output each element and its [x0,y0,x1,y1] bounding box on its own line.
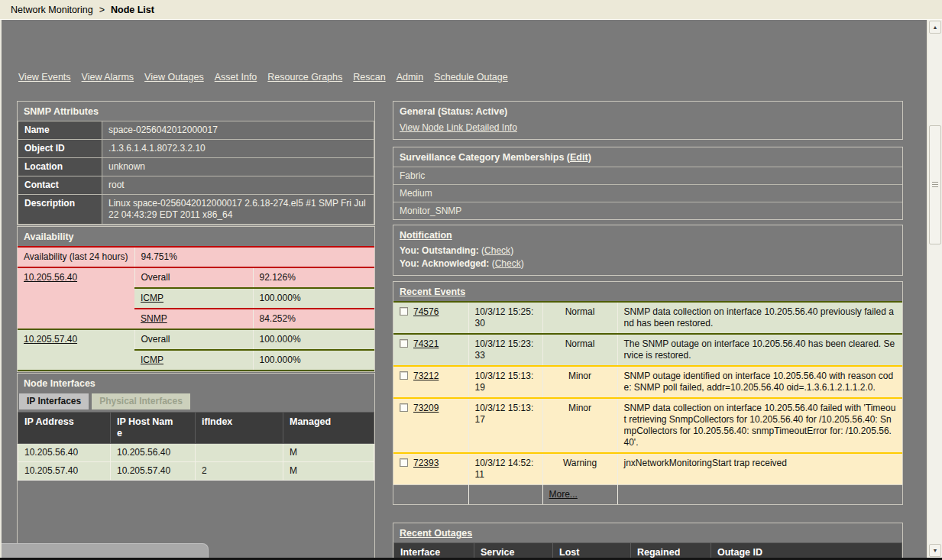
snmp-attributes-title: SNMP Attributes [18,102,374,121]
availability-title: Availability [18,227,374,246]
scrollbar-thumb[interactable] [929,125,941,244]
event-id-link-74576[interactable]: 74576 [413,306,439,318]
event-time-cell: 10/3/12 15:13:17 [468,398,542,453]
event-id-cell: 72393 [393,453,468,485]
ip-interface-cell: 10.205.57.40 [18,462,111,481]
surveillance-edit-link[interactable]: Edit [570,152,588,163]
recent-outages-title-link[interactable]: Recent Outages [400,528,472,539]
nav-link-rescan[interactable]: Rescan [353,72,385,83]
events-footer-cell [393,485,468,505]
event-id-wrap: 72393 [400,458,462,469]
event-id-link-74321[interactable]: 74321 [413,338,439,350]
event-checkbox[interactable] [400,339,408,348]
notification-section: Notification You: Outstanding: (Check) Y… [393,225,903,276]
snmp-attribute-row: Locationunknown [18,158,374,176]
event-message-cell: The SNMP outage on interface 10.205.56.4… [617,334,902,366]
snmp-attribute-row: Contactroot [18,176,374,195]
service-availability-value: 100.000% [253,329,374,350]
view-node-link-detailed-info-link[interactable]: View Node Link Detailed Info [400,122,517,133]
nav-link-view-alarms[interactable]: View Alarms [82,72,134,83]
outstanding-check-link[interactable]: Check [484,245,510,256]
ip-interface-cell: 2 [196,462,283,481]
ip-interfaces-table: IP AddressIP Host NameifIndexManaged 10.… [18,412,374,481]
vertical-scrollbar[interactable]: ▲ ▼ [927,20,942,558]
recent-outages-column-header: Service [474,543,553,558]
scroll-up-button[interactable]: ▲ [929,21,941,34]
notification-title-link[interactable]: Notification [400,230,452,241]
event-row: 7457610/3/12 15:25:30NormalSNMP data col… [393,302,902,334]
column-header-text: Managed [290,416,331,427]
tab-ip-interfaces[interactable]: IP Interfaces [19,393,89,409]
interface-link-10-205-56-40[interactable]: 10.205.56.40 [24,272,77,283]
ip-interfaces-column-header: ifIndex [196,413,283,444]
nav-link-view-events[interactable]: View Events [18,72,71,83]
events-footer-row: More... [393,485,902,505]
service-name: Overall [141,334,170,345]
ip-interface-cell: 10.205.56.40 [111,444,196,462]
ip-interface-cell [196,444,283,462]
service-name: Overall [141,272,170,283]
node-detail-page: Network Monitoring > Node List View Even… [0,0,942,560]
acknowledged-paren-close: ) [521,258,524,269]
service-availability-value: 100.000% [253,350,374,371]
general-section: General (Status: Active) View Node Link … [393,101,903,140]
breadcrumb-page: Node List [111,5,154,15]
nav-link-asset-info[interactable]: Asset Info [215,72,257,83]
event-message-cell: SNMP data collection on interface 10.205… [617,302,902,334]
event-checkbox[interactable] [400,458,408,467]
recent-events-table: 7457610/3/12 15:25:30NormalSNMP data col… [393,301,902,504]
service-name-cell: ICMP [134,350,253,371]
recent-events-title-link[interactable]: Recent Events [400,286,465,297]
event-checkbox[interactable] [400,403,408,412]
events-footer-cell [468,485,542,505]
event-id-link-72393[interactable]: 72393 [413,458,439,469]
event-row: 7321210/3/12 15:13:19MinorSNMP outage id… [393,366,902,398]
availability-section: Availability Availability (last 24 hours… [17,226,375,372]
availability-summary-label: Availability (last 24 hours) [18,247,134,267]
event-message-cell: jnxNetworkMonitoringStart trap received [617,453,902,485]
event-checkbox[interactable] [400,371,408,380]
column-header-text: Interface [400,547,440,558]
surveillance-paren-close: ) [588,152,591,163]
breadcrumb: Network Monitoring > Node List [0,0,942,20]
nav-link-admin[interactable]: Admin [397,72,423,83]
surveillance-category-monitor-snmp: Monitor_SNMP [393,202,902,219]
node-action-links: View EventsView AlarmsView OutagesAsset … [18,72,508,83]
column-header-text: IP Address [24,416,74,427]
acknowledged-check-link[interactable]: Check [495,258,521,269]
service-name-cell: Overall [134,329,253,350]
surveillance-title: Surveillance Category Memberships (Edit) [393,147,902,167]
main-content: View EventsView AlarmsView OutagesAsset … [2,20,927,558]
service-name-cell: Overall [134,267,253,288]
acknowledged-label: You: Acknowledged: [400,258,489,269]
interface-address-cell: 10.205.56.40 [18,267,134,329]
tab-physical-interfaces[interactable]: Physical Interfaces [92,393,190,409]
interface-link-10-205-57-40[interactable]: 10.205.57.40 [24,334,77,345]
outstanding-paren-close: ) [510,245,513,256]
event-id-link-73212[interactable]: 73212 [413,371,439,382]
event-id-cell: 74576 [393,302,468,334]
ip-interfaces-column-header: Managed [283,413,374,444]
recent-outages-column-header: Interface [394,543,474,558]
ip-interface-cell: 10.205.56.40 [18,444,111,462]
column-header-text: Regained [637,547,680,558]
availability-summary-row: Availability (last 24 hours)94.751% [18,247,374,267]
snmp-attributes-section: SNMP Attributes Namespace-02560420120000… [17,101,375,225]
event-message-cell: SNMP data collection on interface 10.205… [617,398,902,453]
recent-outages-header-row: InterfaceServiceLostRegainedOutage ID [394,543,902,558]
service-link-icmp[interactable]: ICMP [141,354,163,365]
recent-outages-column-header: Regained [631,543,711,558]
nav-link-schedule-outage[interactable]: Schedule Outage [434,72,508,83]
breadcrumb-section[interactable]: Network Monitoring [11,5,93,15]
scroll-down-button[interactable]: ▼ [929,544,941,557]
service-link-snmp[interactable]: SNMP [141,313,167,324]
service-name-cell: SNMP [134,309,253,329]
event-id-link-73209[interactable]: 73209 [413,403,439,414]
recent-events-section: Recent Events 7457610/3/12 15:25:30Norma… [393,281,903,505]
recent-outages-section: Recent Outages InterfaceServiceLostRegai… [393,523,903,558]
event-checkbox[interactable] [400,307,408,316]
more-events-link[interactable]: More... [549,489,578,500]
service-link-icmp[interactable]: ICMP [141,293,163,303]
nav-link-resource-graphs[interactable]: Resource Graphs [267,72,342,83]
nav-link-view-outages[interactable]: View Outages [144,72,204,83]
